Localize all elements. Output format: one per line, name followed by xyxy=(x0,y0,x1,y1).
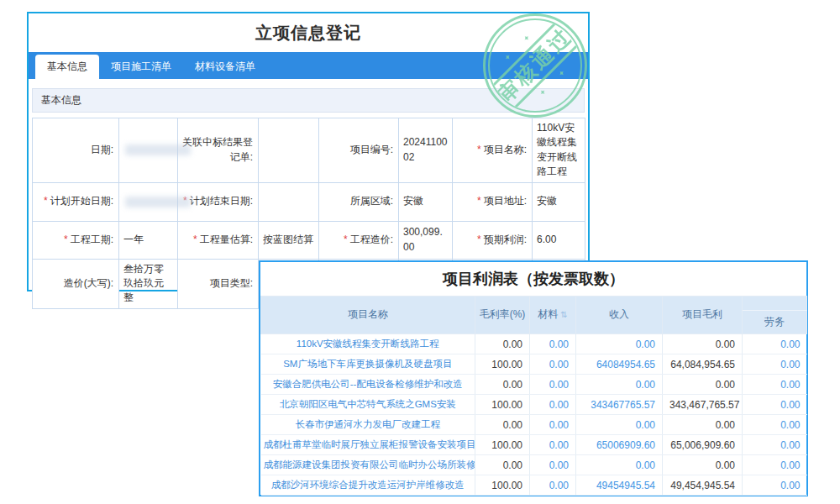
field-label: *项目名称: xyxy=(453,118,533,183)
field-value: 按蓝图结算 xyxy=(259,221,319,259)
field-label: *项目地址: xyxy=(453,182,533,221)
form-title: 立项信息登记 xyxy=(29,13,588,45)
field-value: 2024110002 xyxy=(399,118,453,183)
required-asterisk: * xyxy=(64,234,68,245)
project-name-link[interactable]: 成都杜甫草堂临时展厅独立展柜报警设备安装项目 xyxy=(261,435,475,455)
required-asterisk: * xyxy=(344,234,348,245)
tab-项目施工清单[interactable]: 项目施工清单 xyxy=(99,55,183,79)
form-row: *工程工期:一年*工程量估算:按蓝图结算*工程造价:300,099.00*预期利… xyxy=(33,221,585,259)
field-label: 项目编号: xyxy=(319,118,399,183)
income-cell: 0.00 xyxy=(576,415,663,435)
redacted-value xyxy=(125,197,191,207)
project-name-link[interactable]: 安徽合肥供电公司--配电设备检修维护和改造 xyxy=(261,375,475,395)
form-row: 日期:关联中标结果登记单:项目编号:2024110002*项目名称:110kV安… xyxy=(33,118,585,183)
field-value: 安徽 xyxy=(533,182,585,221)
required-asterisk: * xyxy=(477,234,481,245)
field-label: *计划开始日期: xyxy=(33,182,119,221)
tab-基本信息[interactable]: 基本信息 xyxy=(35,55,99,79)
profit-row: 成都杜甫草堂临时展厅独立展柜报警设备安装项目100.000.0065006909… xyxy=(261,435,807,455)
field-value: 300,099.00 xyxy=(399,221,453,259)
col-header-material-label: 材料 xyxy=(538,308,558,320)
required-asterisk: * xyxy=(44,195,48,207)
field-value: 安徽 xyxy=(399,182,453,221)
margin-rate-cell: 0.00 xyxy=(475,455,530,475)
field-label: *工程量估算: xyxy=(178,221,259,259)
section-header-basic-info: 基本信息 xyxy=(32,88,585,113)
project-name-link[interactable]: SM广场地下车库更换摄像机及硬盘项目 xyxy=(261,354,475,375)
gross-profit-cell: 64,084,954.65 xyxy=(663,354,743,375)
project-name-link[interactable]: 110kV安徽线程集变开断线路工程 xyxy=(261,334,475,354)
labor-cell: 0.00 xyxy=(743,475,807,496)
labor-cell: 0.00 xyxy=(743,354,807,375)
income-cell: 64084954.65 xyxy=(576,354,663,375)
material-cell: 0.00 xyxy=(530,375,576,395)
col-header-group-blank xyxy=(743,297,807,311)
form-row: *计划开始日期:*计划结束日期:所属区域:安徽*项目地址:安徽 xyxy=(33,182,585,221)
profit-table-panel: 项目利润表（按发票取数） 项目名称 毛利率(%) 材料⇅ 收入 项目毛利 xyxy=(259,260,808,496)
margin-rate-cell: 100.00 xyxy=(475,354,530,375)
project-name-link[interactable]: 成都沙河环境综合提升改造运河护岸维修改造 xyxy=(261,475,475,496)
sort-icon[interactable]: ⇅ xyxy=(560,310,567,319)
field-value xyxy=(119,118,178,183)
field-label: 项目类型: xyxy=(178,259,259,308)
profit-row: 北京朝阳区电气中芯特气系统之GMS安装100.000.00343467765.5… xyxy=(261,395,807,415)
income-cell: 343467765.57 xyxy=(576,395,663,415)
field-value xyxy=(259,182,319,221)
margin-rate-cell: 100.00 xyxy=(475,475,530,496)
income-cell: 0.00 xyxy=(576,334,663,354)
gross-profit-cell: 0.00 xyxy=(663,334,743,354)
income-cell: 65006909.60 xyxy=(576,435,663,455)
material-cell: 0.00 xyxy=(530,395,576,415)
income-cell: 0.00 xyxy=(576,455,663,475)
margin-rate-cell: 100.00 xyxy=(475,395,530,415)
col-header-material: 材料⇅ xyxy=(530,297,576,334)
field-label: 日期: xyxy=(33,118,119,183)
labor-cell: 0.00 xyxy=(743,375,807,395)
gross-profit-cell: 0.00 xyxy=(663,455,743,475)
col-header-gross-profit: 项目毛利 xyxy=(663,297,743,334)
field-value: 6.00 xyxy=(533,221,585,259)
field-label: *预期利润: xyxy=(453,221,533,259)
project-name-link[interactable]: 北京朝阳区电气中芯特气系统之GMS安装 xyxy=(261,395,475,415)
profit-row: 成都沙河环境综合提升改造运河护岸维修改造100.000.0049454945.5… xyxy=(261,475,807,496)
gross-profit-cell: 0.00 xyxy=(663,415,743,435)
gross-profit-cell: 49,454,945.54 xyxy=(663,475,743,496)
field-value: 110kV安徽线程集变开断线路工程 xyxy=(533,118,585,183)
gross-profit-cell: 343,467,765.57 xyxy=(663,395,743,415)
tab-材料设备清单[interactable]: 材料设备清单 xyxy=(183,55,267,79)
margin-rate-cell: 0.00 xyxy=(475,334,530,354)
col-header-margin-rate: 毛利率(%) xyxy=(475,297,530,334)
field-label: 所属区域: xyxy=(319,182,399,221)
gross-profit-cell: 0.00 xyxy=(663,375,743,395)
required-asterisk: * xyxy=(477,144,481,155)
field-value xyxy=(119,182,178,221)
profit-table: 项目名称 毛利率(%) 材料⇅ 收入 项目毛利 劳务 110kV安徽线程集变开断… xyxy=(260,296,807,496)
profit-table-title: 项目利润表（按发票取数） xyxy=(260,262,806,296)
project-name-link[interactable]: 长春市伊通河水力发电厂改建工程 xyxy=(261,415,475,435)
labor-cell: 0.00 xyxy=(743,395,807,415)
project-name-link[interactable]: 成都能源建设集团投资有限公司临时办公场所装修改 xyxy=(261,455,475,475)
profit-row: SM广场地下车库更换摄像机及硬盘项目100.000.0064084954.656… xyxy=(261,354,807,375)
profit-table-body: 110kV安徽线程集变开断线路工程0.000.000.000.000.00SM广… xyxy=(261,334,807,496)
required-asterisk: * xyxy=(477,195,481,207)
redacted-value xyxy=(125,144,191,155)
field-label: *工程工期: xyxy=(33,221,119,259)
profit-row: 成都能源建设集团投资有限公司临时办公场所装修改0.000.000.000.000… xyxy=(261,455,807,475)
gross-profit-cell: 65,006,909.60 xyxy=(663,435,743,455)
material-cell: 0.00 xyxy=(530,435,576,455)
profit-table-head: 项目名称 毛利率(%) 材料⇅ 收入 项目毛利 劳务 xyxy=(261,297,807,334)
material-cell: 0.00 xyxy=(530,354,576,375)
margin-rate-cell: 0.00 xyxy=(475,375,530,395)
registration-form-panel: 立项信息登记 基本信息项目施工清单材料设备清单 基本信息 日期:关联中标结果登记… xyxy=(27,12,590,291)
field-value: 叁拾万零玖拾玖元整 xyxy=(119,259,178,308)
income-cell: 0.00 xyxy=(576,375,663,395)
page-canvas: 立项信息登记 基本信息项目施工清单材料设备清单 基本信息 日期:关联中标结果登记… xyxy=(0,0,840,504)
labor-cell: 0.00 xyxy=(743,415,807,435)
material-cell: 0.00 xyxy=(530,334,576,354)
labor-cell: 0.00 xyxy=(743,334,807,354)
field-value: 一年 xyxy=(119,221,178,259)
margin-rate-cell: 100.00 xyxy=(475,435,530,455)
col-header-income: 收入 xyxy=(576,297,663,334)
profit-row: 110kV安徽线程集变开断线路工程0.000.000.000.000.00 xyxy=(261,334,807,354)
margin-rate-cell: 0.00 xyxy=(475,415,530,435)
